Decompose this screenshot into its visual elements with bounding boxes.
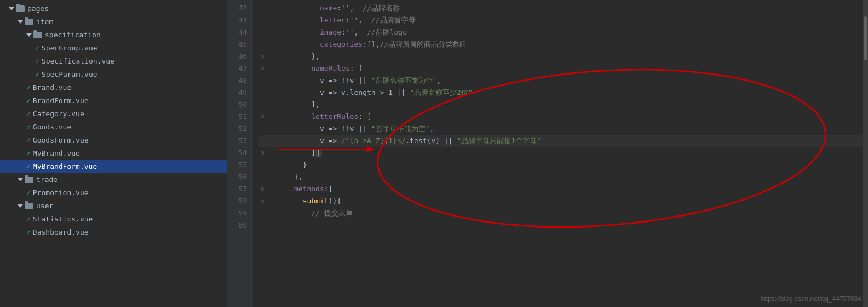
gutter-58 [258,200,266,203]
code-text-49: v => v.length > 1 || "品牌名称至少2位" [266,87,473,99]
code-line-59: // 提交表单 [258,207,863,219]
sidebar-item-specification-vue[interactable]: ✓ Specification.vue [0,55,227,68]
sidebar-item-label-mybrand: MyBrand.vue [33,148,80,159]
code-text-51: letterRules: [ [266,111,371,123]
gutter-54 [258,151,266,155]
vue-icon-dashboard: ✓ [26,227,31,238]
code-line-55: } [258,159,863,171]
line-num-52: 52 [227,123,247,135]
sidebar-item-label-specification: specification [45,30,101,41]
vue-icon-specparam: ✓ [35,69,39,80]
sidebar-item-statistics[interactable]: ✓ Statistics.vue [0,213,227,226]
code-text-47: nameRules: [ [266,62,363,75]
gutter-dot-47 [261,67,264,70]
code-line-46: }, [258,50,863,62]
vue-icon-specgroup: ✓ [35,43,39,54]
scrollbar[interactable] [863,0,868,307]
sidebar-item-label-pages: pages [27,3,49,14]
line-num-60: 60 [227,219,247,231]
code-line-54: ]| [258,147,863,159]
sidebar-item-label-brand: Brand.vue [33,82,71,93]
code-content[interactable]: name:'', //品牌名称 letter:'', //品牌首字母 image… [252,0,863,307]
line-num-43: 43 [227,14,247,26]
expand-icon-trade [18,178,23,181]
sidebar-item-label-dashboard: Dashboard.vue [33,227,89,238]
sidebar-item-trade[interactable]: trade [0,173,227,186]
sidebar-item-specification[interactable]: specification [0,29,227,42]
line-num-55: 55 [227,159,247,171]
sidebar-item-specparam[interactable]: ✓ SpecParam.vue [0,68,227,81]
vue-icon-mybrand: ✓ [26,148,31,159]
line-num-59: 59 [227,207,247,219]
vue-icon-brandform: ✓ [26,95,31,106]
sidebar-item-goodsform[interactable]: ✓ GoodsForm.vue [0,134,227,147]
sidebar-item-label-statistics: Statistics.vue [33,214,93,225]
sidebar-item-label-specgroup: SpecGroup.vue [42,43,97,54]
code-text-48: v => !!v || "品牌名称不能为空", [266,75,441,87]
gutter-dot-46 [261,55,264,58]
sidebar-item-brandform[interactable]: ✓ BrandForm.vue [0,94,227,107]
sidebar-item-label-item: item [36,16,53,27]
code-line-56: }, [258,171,863,183]
sidebar-item-category[interactable]: ✓ Category.vue [0,107,227,121]
code-text-42: name:'', //品牌名称 [266,2,400,14]
line-num-57: 57 [227,183,247,195]
sidebar-item-item[interactable]: item [0,15,227,29]
line-numbers: 42 43 44 45 46 47 48 49 50 51 52 53 54 5… [227,0,252,307]
folder-icon-trade [25,177,33,183]
vue-icon-statistics: ✓ [26,214,31,225]
sidebar-item-mybrandform[interactable]: ✓ MyBrandForm.vue [0,160,227,173]
sidebar-item-label-user: user [36,201,53,212]
sidebar-item-pages[interactable]: pages [0,2,227,15]
expand-icon-item [18,20,23,24]
code-line-60 [258,219,863,231]
line-num-53: 53 [227,135,247,147]
gutter-51 [258,115,266,118]
code-text-59: // 提交表单 [266,207,353,219]
line-num-56: 56 [227,171,247,183]
code-text-53: v => /^[a-zA-Z]{1}$/.test(v) || "品牌字母只能是… [266,135,541,147]
gutter-dot-57 [261,187,264,191]
expand-icon-pages [9,7,14,10]
gutter-46 [258,55,266,58]
code-line-53: v => /^[a-zA-Z]{1}$/.test(v) || "品牌字母只能是… [258,135,863,147]
code-text-50: ], [266,99,320,111]
code-line-42: name:'', //品牌名称 [258,2,863,14]
sidebar-item-label-category: Category.vue [33,109,84,120]
vue-icon-goodsform: ✓ [26,135,31,146]
code-text-57: methods:{ [266,183,332,195]
sidebar-item-dashboard[interactable]: ✓ Dashboard.vue [0,226,227,239]
expand-icon-user [18,204,23,208]
line-num-49: 49 [227,87,247,99]
sidebar-item-label-promotion: Promotion.vue [33,187,89,198]
gutter-dot-51 [261,115,264,118]
gutter-57 [258,187,266,191]
code-text-46: }, [266,50,320,62]
sidebar-item-goods[interactable]: ✓ Goods.vue [0,121,227,134]
line-num-58: 58 [227,195,247,207]
gutter-dot-58 [261,200,264,203]
line-num-47: 47 [227,62,247,75]
code-line-51: letterRules: [ [258,111,863,123]
code-line-45: categories:[],//品牌所属的商品分类数组 [258,38,863,50]
code-line-44: image:'', //品牌logo [258,26,863,38]
line-num-45: 45 [227,38,247,50]
line-num-54: 54 [227,147,247,159]
sidebar-item-specgroup[interactable]: ✓ SpecGroup.vue [0,42,227,55]
scrollbar-thumb[interactable] [864,16,867,60]
code-line-58: submit(){ [258,195,863,207]
sidebar-item-label-brandform: BrandForm.vue [33,95,89,106]
line-num-44: 44 [227,26,247,38]
line-num-46: 46 [227,50,247,62]
sidebar-item-promotion[interactable]: ✓ Promotion.vue [0,186,227,200]
sidebar-item-mybrand[interactable]: ✓ MyBrand.vue [0,147,227,160]
sidebar-item-user[interactable]: user [0,200,227,213]
vue-icon-promotion: ✓ [26,187,31,198]
sidebar-item-brand[interactable]: ✓ Brand.vue [0,81,227,94]
code-text-58: submit(){ [266,195,341,207]
folder-icon-item [25,19,33,25]
code-text-56: }, [266,171,303,183]
code-line-47: nameRules: [ [258,62,863,75]
expand-icon-specification [26,33,32,37]
code-line-57: methods:{ [258,183,863,195]
